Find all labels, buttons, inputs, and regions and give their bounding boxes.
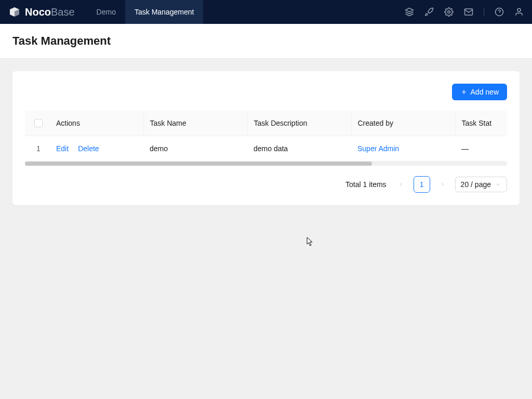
table-header-row: Actions Task Name Task Description Creat…	[25, 111, 507, 136]
cell-actions: Edit Delete	[50, 136, 143, 162]
horizontal-scrollbar[interactable]	[25, 162, 507, 166]
col-task-name: Task Name	[143, 111, 247, 136]
settings-icon[interactable]	[444, 7, 454, 17]
table-row: 1 Edit Delete demo demo data Super Admin…	[25, 136, 507, 162]
edit-link[interactable]: Edit	[56, 144, 69, 153]
pagination-page-1[interactable]: 1	[414, 176, 430, 193]
pagination-total: Total 1 items	[345, 180, 387, 189]
chevron-down-icon	[495, 181, 501, 188]
plus-icon	[460, 88, 468, 96]
card-actions: Add new	[25, 79, 507, 100]
nav-tab-demo[interactable]: Demo	[87, 0, 125, 24]
content: Add new Actions Task Name Task Descripti…	[0, 59, 532, 218]
logo[interactable]: NocoBase	[8, 6, 75, 18]
created-by-link[interactable]: Super Admin	[357, 144, 399, 153]
page-title: Task Management	[12, 34, 520, 48]
svg-point-0	[448, 11, 450, 14]
add-new-label: Add new	[471, 88, 499, 96]
pagination-prev[interactable]	[396, 179, 406, 190]
cursor-pointer	[307, 237, 315, 247]
pagination: Total 1 items 1 20 / page	[25, 176, 507, 193]
scrollbar-thumb[interactable]	[25, 162, 372, 166]
col-task-description: Task Description	[247, 111, 351, 136]
mail-icon[interactable]	[464, 7, 473, 17]
page-size-label: 20 / page	[461, 180, 491, 189]
page-header: Task Management	[0, 24, 532, 59]
cell-task-status: —	[455, 136, 507, 162]
table: Actions Task Name Task Description Creat…	[25, 111, 507, 162]
card: Add new Actions Task Name Task Descripti…	[12, 71, 520, 205]
cell-index: 1	[25, 136, 50, 162]
top-nav: NocoBase Demo Task Management	[0, 0, 532, 24]
nav-icons	[405, 7, 524, 17]
col-task-status: Task Stat	[455, 111, 507, 136]
nav-tab-task-management[interactable]: Task Management	[125, 0, 203, 24]
logo-text-1: Noco	[25, 6, 51, 18]
cell-created-by: Super Admin	[351, 136, 455, 162]
col-created-by: Created by	[351, 111, 455, 136]
rocket-icon[interactable]	[424, 7, 434, 17]
cell-task-description: demo data	[247, 136, 351, 162]
page-size-select[interactable]: 20 / page	[455, 177, 507, 192]
pagination-next[interactable]	[437, 179, 448, 190]
checkbox-all[interactable]	[34, 119, 43, 127]
nav-divider	[484, 8, 484, 16]
chevron-left-icon	[398, 181, 404, 188]
svg-point-3	[517, 8, 521, 11]
col-actions: Actions	[50, 111, 143, 136]
add-new-button[interactable]: Add new	[452, 84, 507, 100]
cell-task-name: demo	[143, 136, 247, 162]
nav-tabs: Demo Task Management	[87, 0, 204, 24]
table-wrapper: Actions Task Name Task Description Creat…	[25, 111, 507, 166]
user-icon[interactable]	[514, 7, 524, 17]
chevron-right-icon	[440, 181, 446, 188]
logo-text-2: Base	[51, 6, 75, 18]
help-icon[interactable]	[495, 7, 504, 17]
delete-link[interactable]: Delete	[78, 144, 99, 153]
col-checkbox	[25, 111, 50, 136]
plugin-icon[interactable]	[405, 7, 414, 17]
logo-icon	[8, 6, 21, 18]
